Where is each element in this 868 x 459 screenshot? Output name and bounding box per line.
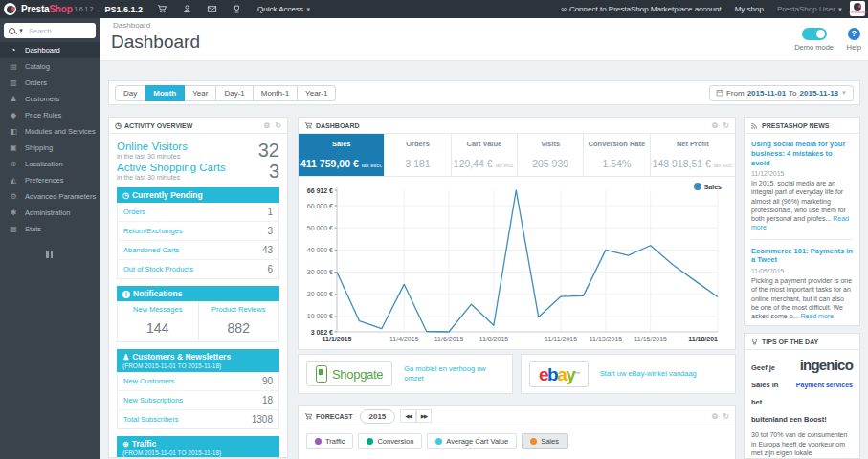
list-item-new-subscriptions: New Subscriptions18: [118, 391, 278, 410]
range-day-button[interactable]: Day: [115, 85, 145, 101]
prestashop-logo-icon: [4, 3, 16, 15]
brand-shop: Shop: [49, 4, 72, 14]
ebay-ad-panel: ebay™ Start uw eBay-winkel vandaag: [521, 354, 736, 394]
toggle-sales[interactable]: Sales: [522, 433, 568, 449]
new-customers-count: 90: [262, 376, 273, 386]
user-menu[interactable]: PrestaShop User ▼: [777, 5, 843, 13]
help-label: Help: [847, 43, 861, 52]
ebay-logo[interactable]: ebay™: [529, 361, 589, 387]
orders-link[interactable]: Orders: [123, 208, 145, 216]
panel-refresh-icon[interactable]: ↻: [723, 121, 729, 130]
read-more-link[interactable]: Read more: [800, 313, 834, 319]
new-messages-link[interactable]: New Messages: [120, 305, 196, 314]
range-month-1-button[interactable]: Month-1: [254, 85, 298, 101]
breadcrumb[interactable]: Dashboard: [113, 21, 150, 30]
customer-icon[interactable]: [182, 4, 192, 14]
kpi-orders[interactable]: Orders3 181: [385, 134, 451, 176]
notifications-header: iNotifications: [117, 286, 279, 301]
conversion-dot-icon: [367, 438, 373, 445]
messages-icon[interactable]: [207, 4, 217, 14]
news-article-excerpt: In 2015, social media are an integral pa…: [751, 179, 853, 231]
total-subscribers-count: 1308: [252, 414, 273, 425]
sidebar-item-orders[interactable]: ▥Orders: [0, 75, 100, 91]
avatar-logo-icon: [854, 3, 861, 11]
sidebar-item-shipping[interactable]: ▣Shipping: [0, 140, 100, 156]
sidebar-item-stats[interactable]: ▦Stats: [0, 221, 100, 237]
online-visitors-link[interactable]: Online Visitors: [117, 141, 188, 152]
marketplace-link[interactable]: ∞Connect to PrestaShop Marketplace accou…: [561, 5, 721, 13]
new-subscriptions-link[interactable]: New Subscriptions: [123, 396, 183, 404]
my-shop-link[interactable]: My shop: [735, 5, 764, 13]
user-avatar[interactable]: PrestaShop: [850, 1, 865, 16]
sidebar-item-label: Shipping: [25, 143, 53, 152]
kpi-sales[interactable]: Sales411 759,00 € tax excl.: [299, 134, 385, 176]
kpi-conversion-rate[interactable]: Conversion Rate1.54%: [584, 134, 650, 176]
sidebar-item-dashboard[interactable]: ◔Dashboard: [0, 42, 100, 58]
sidebar-item-catalog[interactable]: ▤Catalog: [0, 58, 100, 75]
shopgate-logo[interactable]: Shopgate: [306, 361, 392, 386]
kpi-net-profit[interactable]: Net Profit148 918,51 € tax excl.: [651, 134, 735, 176]
toggle-traffic[interactable]: Traffic: [306, 433, 353, 449]
svg-text:30 000 €: 30 000 €: [307, 269, 333, 275]
panel-refresh-icon[interactable]: ↻: [723, 412, 729, 421]
demo-mode-toggle[interactable]: [802, 28, 827, 40]
notifications-grid: New Messages144 Product Reviews882: [117, 301, 279, 342]
svg-text:60 000 €: 60 000 €: [307, 203, 333, 209]
info-icon: i: [122, 291, 130, 298]
sidebar-item-label: Orders: [25, 78, 47, 87]
search-scope-caret-icon[interactable]: ▼: [18, 28, 24, 33]
ebay-ad-link[interactable]: Start uw eBay-winkel vandaag: [600, 369, 697, 379]
to-label: To: [789, 89, 796, 98]
news-article-title[interactable]: Using social media for your business: 4 …: [751, 140, 853, 167]
chart-legend: Sales: [694, 183, 722, 190]
out-of-stock-count: 6: [267, 264, 273, 274]
panel-refresh-icon[interactable]: ↻: [275, 121, 281, 130]
sales-line-chart: 66 912 €60 000 €50 000 €40 000 €30 000 €…: [299, 177, 725, 350]
sidebar-item-label: Catalog: [25, 62, 50, 71]
panel-settings-gear-icon[interactable]: ⚙: [263, 121, 270, 130]
svg-text:11/6/2015: 11/6/2015: [434, 336, 464, 342]
sidebar-item-customers[interactable]: ♟Customers: [0, 91, 100, 107]
tips-text: 30 tot 70% van de consumenten in Europa …: [751, 430, 853, 459]
range-month-button[interactable]: Month: [145, 85, 185, 101]
search-input[interactable]: [27, 26, 83, 36]
out-of-stock-link[interactable]: Out of Stock Products: [123, 265, 193, 273]
sidebar-item-modules[interactable]: ◧Modules and Services: [0, 123, 100, 140]
range-year-button[interactable]: Year: [185, 85, 216, 101]
total-subscribers-link[interactable]: Total Subscribers: [123, 415, 179, 424]
ingenico-logo[interactable]: ingenico Payment services: [784, 357, 853, 391]
help-icon[interactable]: ?: [848, 28, 860, 40]
range-day-1-button[interactable]: Day-1: [216, 85, 253, 101]
date-range-picker[interactable]: From 2015-11-01 To 2015-11-18 ▼: [709, 85, 854, 101]
sidebar-collapse-button[interactable]: [46, 251, 54, 258]
cart-icon[interactable]: [157, 4, 167, 14]
shopgate-ad-link[interactable]: Ga mobiel en verhoog uw omzet: [404, 364, 504, 383]
sidebar-item-administration[interactable]: ✱Administration: [0, 205, 100, 221]
toggle-conversion[interactable]: Conversion: [358, 433, 422, 449]
active-carts-link[interactable]: Active Shopping Carts: [117, 162, 226, 173]
trophy-icon[interactable]: [232, 4, 242, 14]
panel-settings-gear-icon[interactable]: ⚙: [711, 121, 718, 130]
sidebar-search[interactable]: ▼: [4, 23, 96, 38]
quick-access-menu[interactable]: Quick Access ▼: [257, 5, 311, 13]
bar-chart-icon: ▦: [9, 225, 18, 233]
news-article-title[interactable]: Ecommerce 101: Payments in a Tweet: [751, 247, 853, 266]
forecast-prev-button[interactable]: ◀◀: [400, 409, 415, 423]
toggle-average-cart-value[interactable]: Average Cart Value: [427, 433, 517, 449]
new-customers-link[interactable]: New Customers: [123, 377, 174, 385]
sidebar-item-price-rules[interactable]: ◆Price Rules: [0, 107, 100, 123]
kpi-visits[interactable]: Visits205 939: [518, 134, 584, 176]
brand-version: 1.6.1.2: [75, 6, 94, 12]
returns-link[interactable]: Return/Exchanges: [123, 227, 183, 235]
sidebar-item-preferences[interactable]: ◭Preferences: [0, 172, 100, 188]
panel-settings-gear-icon[interactable]: ⚙: [711, 412, 718, 421]
forecast-next-button[interactable]: ▶▶: [416, 409, 432, 423]
product-reviews-link[interactable]: Product Reviews: [201, 305, 278, 314]
range-year-1-button[interactable]: Year-1: [298, 85, 336, 101]
svg-text:40 000 €: 40 000 €: [307, 247, 333, 253]
kpi-cart-value[interactable]: Cart Value129,44 € tax excl.: [452, 134, 518, 176]
abandoned-carts-link[interactable]: Abandoned Carts: [123, 246, 179, 254]
new-messages-count: 144: [120, 320, 196, 336]
sidebar-item-localization[interactable]: ⊕Localization: [0, 156, 100, 172]
sidebar-item-advanced-parameters[interactable]: ⚙Advanced Parameters: [0, 188, 100, 205]
